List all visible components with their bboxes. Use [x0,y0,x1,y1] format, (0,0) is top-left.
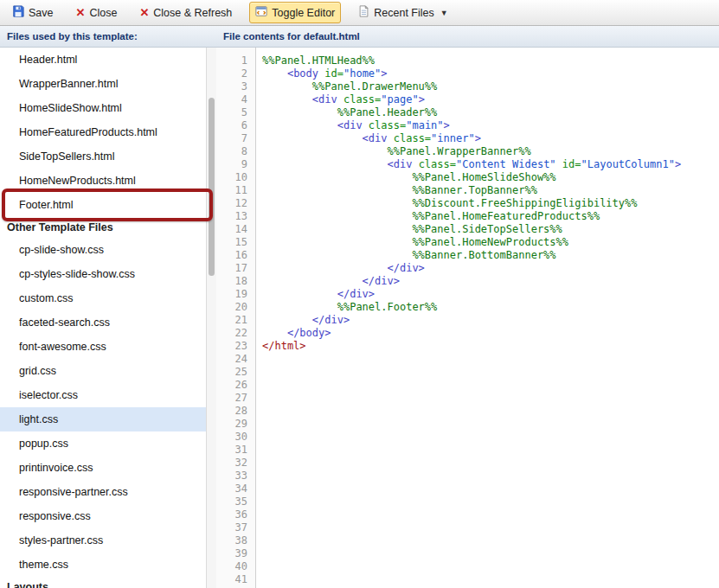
code-line[interactable]: %%Panel.WrapperBanner%% [262,145,719,158]
toggle-editor-button[interactable]: Toggle Editor [249,2,341,23]
line-number: 20 [216,301,255,314]
code-content[interactable]: %%Panel.HTMLHead%% <body id="home"> %%Pa… [257,48,719,588]
close-refresh-button[interactable]: ✕ Close & Refresh [134,4,237,22]
code-line[interactable]: <div class="main"> [262,119,719,132]
code-line[interactable]: %%Panel.HomeFeaturedProducts%% [262,210,719,223]
line-number: 5 [216,106,255,119]
line-number: 15 [216,236,255,249]
code-line[interactable]: </div> [262,288,719,301]
file-list-item[interactable]: theme.css [0,553,216,577]
line-number: 12 [216,197,255,210]
file-list-item[interactable]: cp-styles-slide-show.css [0,262,216,286]
code-line[interactable] [262,495,719,508]
file-list-item[interactable]: cp-slide-show.css [0,238,216,262]
line-number: 4 [216,93,255,106]
code-line[interactable]: %%Panel.HomeSlideShow%% [262,171,719,184]
recent-files-button[interactable]: Recent Files ▼ [353,3,453,22]
line-number: 30 [216,431,255,444]
file-list-item[interactable]: Header.html [0,48,216,72]
close-refresh-button-label: Close & Refresh [153,7,232,19]
code-line[interactable]: <body id="home"> [262,67,719,80]
code-line[interactable]: </div> [262,262,719,275]
code-line[interactable]: %%Banner.TopBanner%% [262,184,719,197]
code-line[interactable]: <div class="page"> [262,93,719,106]
code-line[interactable] [262,483,719,495]
line-number: 23 [216,340,255,353]
file-list-item[interactable]: responsive-partner.css [0,480,216,504]
code-line[interactable]: %%Panel.Header%% [262,106,719,119]
line-number: 29 [216,418,255,431]
recent-files-button-label: Recent Files [374,7,433,19]
code-line[interactable]: %%Panel.Footer%% [262,301,719,314]
file-list-item[interactable]: responsive.css [0,504,216,528]
file-list-item[interactable]: HomeNewProducts.html [0,169,216,193]
code-line[interactable] [262,470,719,483]
line-number: 27 [216,392,255,405]
code-line[interactable]: %%Discount.FreeShippingEligibility%% [262,197,719,210]
code-line[interactable] [262,547,719,560]
code-line[interactable] [262,457,719,470]
code-line[interactable]: </html> [262,340,719,353]
file-list-item[interactable]: WrapperBanner.html [0,72,216,96]
save-button-label: Save [29,7,54,19]
code-line[interactable]: %%Banner.BottomBanner%% [262,249,719,262]
file-list-panel: Header.htmlWrapperBanner.htmlHomeSlideSh… [0,48,216,588]
file-list-item[interactable]: printinvoice.css [0,456,216,480]
file-list-item[interactable]: SideTopSellers.html [0,144,216,169]
code-line[interactable]: %%Panel.SideTopSellers%% [262,223,719,236]
file-list-item[interactable]: faceted-search.css [0,310,216,335]
line-number: 19 [216,288,255,301]
code-line[interactable] [262,353,719,366]
file-list-item[interactable]: HomeSlideShow.html [0,96,216,120]
line-number: 6 [216,119,255,132]
file-list-item[interactable]: light.css [0,407,216,431]
chevron-down-icon: ▼ [440,9,448,17]
code-line[interactable] [262,444,719,457]
file-list-item[interactable]: iselector.css [0,383,216,407]
code-line[interactable] [262,534,719,547]
code-line[interactable] [262,366,719,379]
file-list-item[interactable]: styles-partner.css [0,528,216,553]
close-button[interactable]: ✕ Close [71,4,123,22]
line-number: 25 [216,366,255,379]
line-number: 28 [216,405,255,418]
code-line[interactable] [262,392,719,405]
file-list-scrollbar[interactable] [206,48,216,588]
file-list-item[interactable]: grid.css [0,359,216,383]
line-number: 7 [216,132,255,145]
recent-files-icon [358,5,369,20]
scrollbar-thumb[interactable] [209,98,215,276]
file-list-item[interactable]: custom.css [0,286,216,310]
close-refresh-icon: ✕ [139,7,149,18]
line-number: 11 [216,184,255,197]
code-line[interactable]: </body> [262,327,719,340]
file-list-item[interactable]: font-awesome.css [0,335,216,359]
save-button[interactable]: Save [7,3,59,22]
line-number-gutter: 1234567891011121314151617181920212223242… [216,48,256,588]
code-line[interactable]: <div class="inner"> [262,132,719,145]
line-number: 21 [216,314,255,327]
line-number: 22 [216,327,255,340]
code-line[interactable] [262,431,719,444]
close-button-label: Close [89,7,117,19]
code-line[interactable] [262,560,719,573]
code-line[interactable] [262,573,719,586]
line-number: 3 [216,80,255,93]
code-line[interactable] [262,418,719,431]
code-line[interactable]: %%Panel.HomeNewProducts%% [262,236,719,249]
code-line[interactable]: <div class="Content Widest" id="LayoutCo… [262,158,719,171]
line-number: 17 [216,262,255,275]
code-line[interactable]: %%Panel.DrawerMenu%% [262,80,719,93]
code-line[interactable]: </div> [262,275,719,288]
code-line[interactable] [262,379,719,392]
code-line[interactable] [262,405,719,418]
file-list-item[interactable]: popup.css [0,431,216,456]
save-icon [12,5,24,20]
code-editor[interactable]: 1234567891011121314151617181920212223242… [216,48,719,588]
code-line[interactable] [262,521,719,534]
file-list-item[interactable]: Footer.html [0,193,216,217]
code-line[interactable]: </div> [262,314,719,327]
code-line[interactable] [262,508,719,521]
file-list-item[interactable]: HomeFeaturedProducts.html [0,120,216,144]
code-line[interactable]: %%Panel.HTMLHead%% [262,54,719,67]
